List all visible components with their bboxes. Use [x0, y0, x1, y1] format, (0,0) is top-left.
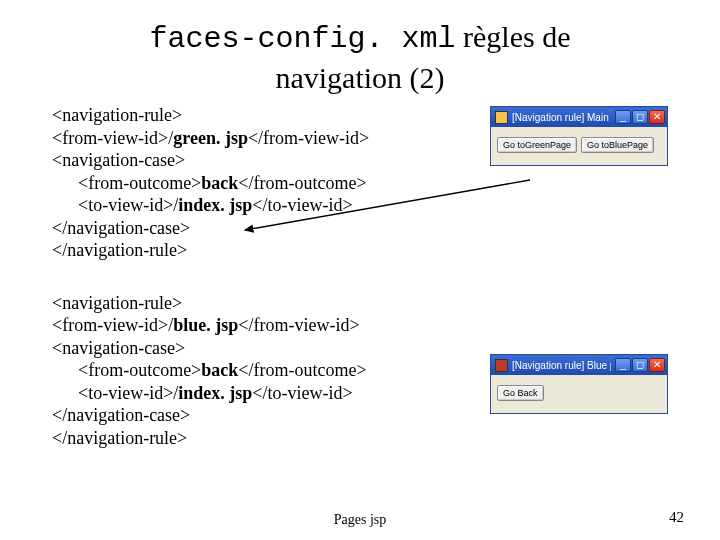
rule1-open: <navigation-rule>: [52, 105, 182, 125]
window-titlebar[interactable]: [Navigation rule] Main page… _ ◻ ✕: [491, 107, 667, 127]
page-number: 42: [669, 509, 684, 526]
window-main-page: [Navigation rule] Main page… _ ◻ ✕ Go to…: [490, 106, 668, 166]
footer-label: Pages jsp: [0, 512, 720, 528]
mini-windows-column: [Navigation rule] Main page… _ ◻ ✕ Go to…: [490, 104, 668, 479]
maximize-button[interactable]: ◻: [632, 358, 648, 372]
navigation-rules-text: <navigation-rule> <from-view-id>/green. …: [52, 104, 482, 479]
close-button[interactable]: ✕: [649, 110, 665, 124]
minimize-button[interactable]: _: [615, 110, 631, 124]
go-back-button[interactable]: Go Back: [497, 385, 544, 401]
title-rest1: règles de: [456, 20, 571, 53]
window-blue-page: [Navigation rule] Blue page … _ ◻ ✕ Go B…: [490, 354, 668, 414]
title-code: faces-config. xml: [149, 22, 455, 56]
window-title-text: [Navigation rule] Main page…: [512, 112, 611, 123]
title-line2: navigation (2): [275, 61, 444, 94]
rule-block-2: <navigation-rule> <from-view-id>/blue. j…: [52, 292, 482, 450]
slide-title: faces-config. xml règles de navigation (…: [0, 0, 720, 96]
go-to-green-page-button[interactable]: Go toGreenPage: [497, 137, 577, 153]
window-icon: [495, 111, 508, 124]
rule-block-1: <navigation-rule> <from-view-id>/green. …: [52, 104, 482, 262]
window-icon: [495, 359, 508, 372]
close-button[interactable]: ✕: [649, 358, 665, 372]
go-to-blue-page-button[interactable]: Go toBluePage: [581, 137, 654, 153]
window-titlebar[interactable]: [Navigation rule] Blue page … _ ◻ ✕: [491, 355, 667, 375]
maximize-button[interactable]: ◻: [632, 110, 648, 124]
minimize-button[interactable]: _: [615, 358, 631, 372]
window-title-text: [Navigation rule] Blue page …: [512, 360, 611, 371]
